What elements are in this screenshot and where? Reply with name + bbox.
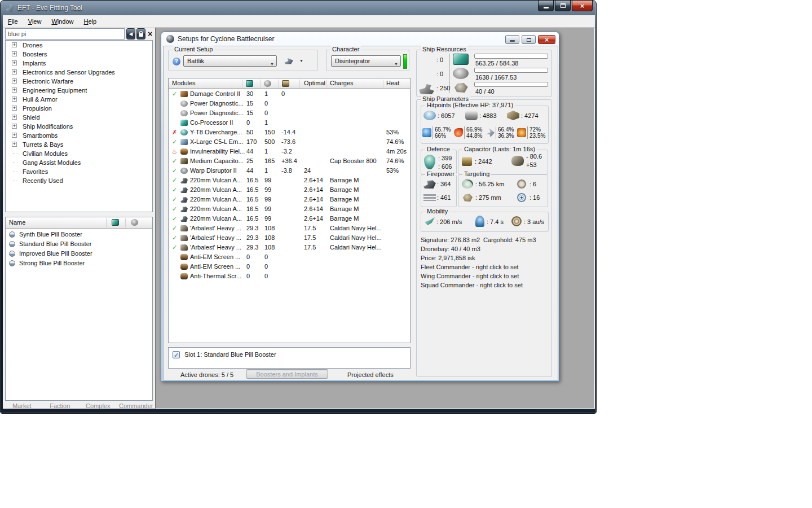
ship-browser-button[interactable] <box>281 55 296 67</box>
booster-slot-checkbox[interactable]: ✓ <box>173 351 180 358</box>
menu-help[interactable]: Help <box>79 16 102 27</box>
module-row[interactable]: Anti-EM Screen ...00 <box>169 252 410 262</box>
tree-expander-icon[interactable]: + <box>12 60 17 65</box>
module-cpu: 29.3 <box>246 243 258 252</box>
tab-complex[interactable]: Complex <box>79 402 117 410</box>
tree-expander-icon[interactable]: + <box>12 142 17 147</box>
list-item-synth-blue-pill-booster[interactable]: Synth Blue Pill Booster <box>6 230 152 239</box>
tree-item-electronic-warfare[interactable]: +Electronic Warfare <box>6 77 152 86</box>
module-row[interactable]: ♨Invulnerability Fiel...441-3.24m 20s <box>169 147 410 156</box>
search-clear-button[interactable]: × <box>146 28 154 40</box>
tree-expander-icon[interactable]: + <box>12 133 17 138</box>
module-row[interactable]: Anti-Thermal Scr...00 <box>169 271 410 281</box>
tree-item-engineering-equipment[interactable]: +Engineering Equipment <box>6 86 152 95</box>
tree-item-drones[interactable]: +Drones <box>6 41 152 50</box>
cpu-column-icon[interactable] <box>112 219 119 226</box>
results-header[interactable]: Name <box>6 217 152 229</box>
close-button[interactable]: × <box>572 1 593 11</box>
tab-boosters-and-implants[interactable]: Boosters and Implants <box>246 369 328 379</box>
tree-item-smartbombs[interactable]: +Smartbombs <box>6 131 152 140</box>
capacitor-delta-bottom: +53 <box>526 161 542 169</box>
list-item-standard-blue-pill-booster[interactable]: Standard Blue Pill Booster <box>6 239 152 249</box>
search-back-button[interactable]: ◀ <box>126 28 135 40</box>
tree-expander-icon[interactable]: + <box>12 106 17 111</box>
modules-column-header[interactable]: Modules <box>172 80 196 86</box>
module-row[interactable]: ✓Damage Control II3010 <box>169 89 410 99</box>
module-row[interactable]: Co-Processor II01 <box>169 118 410 128</box>
charges-column-header[interactable]: Charges <box>330 80 354 86</box>
cpu-icon <box>453 54 469 65</box>
maximize-button[interactable] <box>555 1 571 11</box>
tree-expander-icon[interactable]: + <box>12 115 17 120</box>
cpu-column-icon[interactable] <box>246 80 253 87</box>
name-column-header[interactable]: Name <box>9 219 25 226</box>
module-row[interactable]: ✓220mm Vulcan A...16.5992.6+14Barrage M <box>169 204 410 214</box>
module-name: 220mm Vulcan A... <box>190 214 245 224</box>
setup-restore-button[interactable] <box>522 35 536 44</box>
module-row[interactable]: ✓Medium Capacito...25165+36.4Cap Booster… <box>169 156 410 166</box>
menu-file[interactable]: File <box>3 16 23 27</box>
module-charge: Cap Booster 800 <box>330 156 386 166</box>
tree-expander-icon[interactable]: + <box>12 97 17 102</box>
module-cpu: 29.3 <box>246 224 258 233</box>
character-select[interactable]: Disintegrator ▼ <box>331 55 401 67</box>
menu-view[interactable]: View <box>23 16 47 27</box>
tab-commander[interactable]: Commander <box>117 402 156 410</box>
tree-item-civilian-modules[interactable]: Civilian Modules <box>6 149 152 158</box>
list-item-strong-blue-pill-booster[interactable]: Strong Blue Pill Booster <box>6 259 152 268</box>
tree-item-ship-modifications[interactable]: +Ship Modifications <box>6 122 152 131</box>
setup-minimize-button[interactable] <box>505 35 519 44</box>
heat-column-header[interactable]: Heat <box>386 80 399 86</box>
tab-faction[interactable]: Faction <box>41 402 80 410</box>
module-row[interactable]: ✓'Arbalest' Heavy ...29.310817.5Caldari … <box>169 224 410 233</box>
module-row[interactable]: ✓220mm Vulcan A...16.5992.6+14Barrage M <box>169 176 410 185</box>
module-row[interactable]: ✓220mm Vulcan A...16.5992.6+14Barrage M <box>169 195 410 204</box>
module-row[interactable]: ✓X-Large C5-L Em...170500-73.674.6% <box>169 137 410 147</box>
powergrid-column-icon[interactable] <box>264 80 271 87</box>
list-item-improved-blue-pill-booster[interactable]: Improved Blue Pill Booster <box>6 249 152 259</box>
module-row[interactable]: Power Diagnostic...150 <box>169 108 410 118</box>
module-row[interactable]: ✗Y-T8 Overcharge...50150-14.453% <box>169 128 410 137</box>
setup-select[interactable]: Battlik ▼ <box>183 55 277 67</box>
power-diagnostic-icon <box>180 100 188 107</box>
titlebar[interactable]: EFT - Eve Fitting Tool × <box>1 1 596 15</box>
module-row[interactable]: Power Diagnostic...150 <box>169 99 410 108</box>
menu-window[interactable]: Window <box>46 16 78 27</box>
module-row[interactable]: ✓220mm Vulcan A...16.5992.6+14Barrage M <box>169 214 410 224</box>
tree-item-hull-armor[interactable]: +Hull & Armor <box>6 95 152 104</box>
chevron-down-icon[interactable]: ▼ <box>299 59 303 63</box>
tab-projected-effects[interactable]: Projected effects <box>347 371 394 378</box>
setup-titlebar[interactable]: Setups for Cyclone Battlecruiser × <box>161 32 559 46</box>
tree-expander-icon[interactable]: + <box>12 42 17 47</box>
module-row[interactable]: ✓Warp Disruptor II441-3.82453% <box>169 166 410 176</box>
tree-item-shield[interactable]: +Shield <box>6 113 152 122</box>
optimal-column-header[interactable]: Optimal <box>304 80 325 86</box>
module-row[interactable]: ✓'Arbalest' Heavy ...29.310817.5Caldari … <box>169 243 410 252</box>
search-lock-button[interactable] <box>136 28 145 40</box>
module-row[interactable]: ✓'Arbalest' Heavy ...29.310817.5Caldari … <box>169 233 410 243</box>
tree-expander-icon[interactable]: + <box>12 51 17 56</box>
powergrid-column-icon[interactable] <box>131 219 138 226</box>
tab-active-drones[interactable]: Active drones: 5 / 5 <box>180 371 233 378</box>
tab-market[interactable]: Market <box>3 402 41 410</box>
tree-item-implants[interactable]: +Implants <box>6 59 152 68</box>
module-row[interactable]: Anti-EM Screen ...00 <box>169 262 410 271</box>
tree-item-electronics-and-sensor-upgrades[interactable]: +Electronics and Sensor Upgrades <box>6 68 152 77</box>
tree-item-boosters[interactable]: +Boosters <box>6 50 152 59</box>
minimize-button[interactable] <box>538 1 554 11</box>
tree-expander-icon[interactable]: + <box>12 87 17 93</box>
module-row[interactable]: ✓220mm Vulcan A...16.5992.6+14Barrage M <box>169 185 410 195</box>
modules-table-header[interactable]: Modules Optimal Charges <box>169 78 410 89</box>
tree-expander-icon[interactable]: + <box>12 124 17 129</box>
tree-item-gang-assist-modules[interactable]: Gang Assist Modules <box>6 158 152 167</box>
capacitor-column-icon[interactable] <box>282 80 289 87</box>
help-icon[interactable]: ? <box>173 58 180 65</box>
tree-item-turrets-bays[interactable]: +Turrets & Bays <box>6 140 152 149</box>
search-input[interactable] <box>5 28 125 40</box>
tree-item-favorites[interactable]: Favorites <box>6 167 152 176</box>
tree-expander-icon[interactable]: + <box>12 69 17 75</box>
tree-item-recently-used[interactable]: Recently Used <box>6 176 152 185</box>
tree-item-propulsion[interactable]: +Propulsion <box>6 104 152 113</box>
setup-close-button[interactable]: × <box>538 35 555 44</box>
tree-expander-icon[interactable]: + <box>12 78 17 84</box>
